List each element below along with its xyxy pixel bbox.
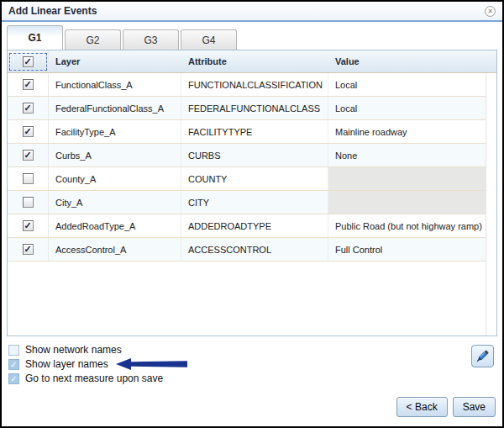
option-show-layer-names[interactable]: Show layer names xyxy=(8,357,496,371)
show-network-names-checkbox[interactable] xyxy=(8,345,19,356)
eyedropper-icon xyxy=(475,349,490,363)
value-cell[interactable]: Local xyxy=(328,97,486,119)
column-header-value[interactable]: Value xyxy=(328,50,496,72)
value-cell[interactable]: Public Road (but not highway ramp) xyxy=(328,214,486,237)
layer-cell: FederalFunctionalClass_A xyxy=(49,97,181,119)
attribute-cell: COUNTY xyxy=(181,167,328,190)
row-checkbox[interactable] xyxy=(23,220,34,231)
dialog-title: Add Linear Events xyxy=(8,5,97,17)
tab-g1[interactable]: G1 xyxy=(7,25,63,50)
select-all-header-cell xyxy=(8,50,49,72)
layer-cell: FacilityType_A xyxy=(49,120,181,143)
tab-g4[interactable]: G4 xyxy=(181,29,237,50)
add-linear-events-dialog: Add Linear Events ✕ G1 G2 G3 G4 Layer At… xyxy=(0,0,504,428)
table-row[interactable]: AccessControl_A ACCESSCONTROL Full Contr… xyxy=(8,238,486,262)
footer-buttons: < Back Save xyxy=(396,397,496,417)
table-row[interactable]: City_A CITY xyxy=(8,191,486,214)
tab-strip: G1 G2 G3 G4 xyxy=(7,25,497,50)
attribute-cell: FUNCTIONALCLASSIFICATION xyxy=(181,73,328,96)
grid-body: FunctionalClass_A FUNCTIONALCLASSIFICATI… xyxy=(8,73,496,336)
value-cell[interactable] xyxy=(328,191,486,214)
row-checkbox[interactable] xyxy=(23,244,34,255)
row-checkbox[interactable] xyxy=(23,173,34,184)
row-checkbox[interactable] xyxy=(23,126,34,137)
dialog-titlebar: Add Linear Events ✕ xyxy=(2,2,502,22)
option-label: Show network names xyxy=(25,344,122,356)
attribute-cell: ACCESSCONTROL xyxy=(181,238,328,261)
attribute-cell: FEDERALFUNCTIONALCLASS xyxy=(181,97,328,119)
go-to-next-measure-checkbox[interactable] xyxy=(8,373,19,384)
attribute-cell: CURBS xyxy=(181,144,328,166)
option-go-to-next-measure[interactable]: Go to next measure upon save xyxy=(8,372,496,385)
select-all-checkbox[interactable] xyxy=(23,56,34,67)
value-cell[interactable]: Local xyxy=(328,73,486,96)
select-all-focus-rect xyxy=(9,53,47,71)
option-label: Go to next measure upon save xyxy=(25,373,163,384)
value-cell[interactable]: Full Control xyxy=(328,238,486,261)
attribute-cell: CITY xyxy=(181,191,328,214)
row-checkbox[interactable] xyxy=(23,150,34,161)
layer-cell: FunctionalClass_A xyxy=(49,73,181,96)
close-icon[interactable]: ✕ xyxy=(485,6,496,17)
layer-cell: AddedRoadType_A xyxy=(49,214,181,237)
option-show-network-names[interactable]: Show network names xyxy=(8,343,496,357)
table-row[interactable]: Curbs_A CURBS None xyxy=(8,144,486,167)
layer-cell: City_A xyxy=(49,191,181,214)
attribute-cell: ADDEDROADTYPE xyxy=(181,214,328,237)
save-button[interactable]: Save xyxy=(453,397,496,417)
grid-header-row: Layer Attribute Value xyxy=(8,50,496,73)
table-row[interactable]: AddedRoadType_A ADDEDROADTYPE Public Roa… xyxy=(8,214,486,238)
pick-tool-button[interactable] xyxy=(471,345,494,367)
tab-g3[interactable]: G3 xyxy=(123,29,179,50)
column-header-layer[interactable]: Layer xyxy=(49,50,181,72)
column-header-attribute[interactable]: Attribute xyxy=(181,50,328,72)
attribute-cell: FACILITYTYPE xyxy=(181,120,328,143)
value-cell[interactable]: Mainline roadway xyxy=(328,120,486,143)
grid-rows: FunctionalClass_A FUNCTIONALCLASSIFICATI… xyxy=(8,73,486,336)
value-cell[interactable]: None xyxy=(328,144,486,166)
row-checkbox[interactable] xyxy=(23,79,34,90)
table-row[interactable]: FunctionalClass_A FUNCTIONALCLASSIFICATI… xyxy=(8,73,486,97)
table-row[interactable]: FederalFunctionalClass_A FEDERALFUNCTION… xyxy=(8,97,486,120)
layer-cell: AccessControl_A xyxy=(49,238,181,261)
layers-grid: Layer Attribute Value FunctionalClass_A … xyxy=(7,50,497,336)
value-cell[interactable] xyxy=(328,167,486,190)
layer-cell: County_A xyxy=(49,167,181,190)
back-button[interactable]: < Back xyxy=(396,397,448,417)
table-row[interactable]: County_A COUNTY xyxy=(8,167,486,191)
options-area: Show network names Show layer names Go t… xyxy=(8,343,496,390)
scrollbar-track[interactable] xyxy=(486,73,496,336)
show-layer-names-checkbox[interactable] xyxy=(8,359,19,370)
option-label: Show layer names xyxy=(25,358,108,370)
row-checkbox[interactable] xyxy=(23,197,34,208)
layer-cell: Curbs_A xyxy=(49,144,181,166)
annotation-arrow-icon xyxy=(115,357,189,371)
table-row[interactable]: FacilityType_A FACILITYTYPE Mainline roa… xyxy=(8,120,486,144)
row-checkbox[interactable] xyxy=(23,103,34,114)
tab-g2[interactable]: G2 xyxy=(65,29,121,50)
